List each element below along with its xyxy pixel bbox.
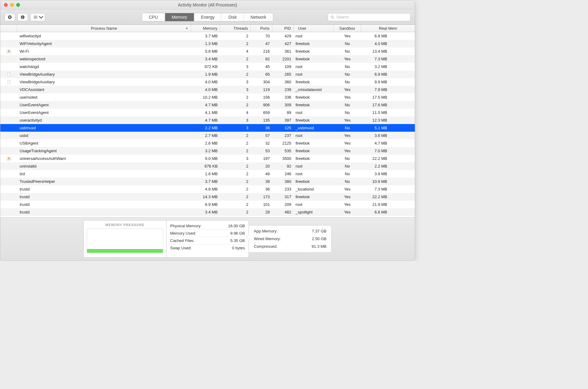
stat-value: 7.37 GB (312, 229, 326, 233)
stat-value: 16.00 GB (228, 224, 245, 228)
search-field[interactable] (328, 13, 410, 21)
table-row[interactable]: WiFiVelocityAgent1.3 MB247427fireebokNo4… (0, 40, 415, 47)
gear-icon (33, 15, 38, 20)
row-realmem: 22.2 MB (361, 156, 415, 161)
window-minimize-button[interactable] (10, 3, 14, 7)
info-button[interactable] (17, 13, 28, 21)
row-memory: 4.7 MB (191, 103, 220, 107)
row-process-name: TrustedPeersHelper (17, 179, 191, 184)
table-row[interactable]: UsageTrackingAgent3.2 MB253535fireebokYe… (0, 147, 415, 155)
row-process-name: webinspectord (17, 57, 191, 61)
column-user[interactable]: User (294, 25, 334, 32)
table-row[interactable]: USBAgent2.6 MB2322125fireebokYes4.7 MB (0, 139, 415, 147)
row-threads: 2 (220, 187, 251, 191)
table-row[interactable]: uninstalld676 KB22092rootNo2.2 MB (0, 162, 415, 170)
row-process-name: UserEventAgent (17, 103, 191, 107)
search-input[interactable] (336, 15, 408, 19)
row-ports: 65 (251, 72, 272, 77)
row-process-name: ViewBridgeAuxiliary (17, 80, 191, 84)
row-icon (0, 79, 17, 85)
row-sandbox: No (334, 126, 361, 130)
stop-process-button[interactable] (5, 13, 15, 21)
row-memory: 2.2 MB (191, 126, 220, 130)
row-threads: 2 (220, 179, 251, 184)
table-row[interactable]: tzd1.8 MB248246rootNo3.9 MB (0, 170, 415, 178)
row-memory: 4.0 MB (191, 87, 220, 92)
row-ports: 28 (251, 210, 272, 214)
column-sandbox[interactable]: Sandbox (334, 25, 361, 32)
table-row[interactable]: webinspectord3.4 MB2822201fireebokYes7.3… (0, 55, 415, 63)
tab-network[interactable]: Network (244, 13, 273, 21)
settings-menu-button[interactable] (30, 13, 45, 21)
table-row[interactable]: usernoted10.2 MB2156336fireebokYes17.5 M… (0, 93, 415, 101)
row-threads: 2 (220, 149, 251, 153)
process-table[interactable]: wifivelocityd3.7 MB270429rootYes6.8 MBWi… (0, 32, 415, 217)
window-close-button[interactable] (4, 3, 8, 7)
row-memory: 3.2 MB (191, 149, 220, 153)
stat-row: Swap Used:0 bytes (170, 244, 246, 251)
row-ports: 20 (251, 164, 272, 168)
sort-descending-icon: ▼ (185, 27, 188, 30)
table-row[interactable]: UserEventAgent4.1 MB465989rootNo11.5 MB (0, 109, 415, 116)
row-ports: 32 (251, 141, 272, 145)
table-row[interactable]: UserEventAgent4.7 MB2906309fireebokNo17.… (0, 101, 415, 109)
row-process-name: usbmuxd (17, 126, 191, 130)
table-row[interactable]: ViewBridgeAuxiliary1.9 MB265265rootNo6.9… (0, 70, 415, 78)
row-pid: 125 (272, 126, 294, 130)
column-memory[interactable]: Memory (191, 25, 220, 32)
table-row[interactable]: ViewBridgeAuxiliary4.0 MB3304360fireebok… (0, 78, 415, 86)
column-ports[interactable]: Ports (251, 25, 272, 32)
table-row[interactable]: universalAccessAuthWarn9.0 MB31973500fir… (0, 155, 415, 162)
table-row[interactable]: usbmuxd2.2 MB336125_usbmuxdNo5.1 MB (0, 124, 415, 132)
row-pid: 239 (272, 87, 294, 92)
row-threads: 2 (220, 57, 251, 61)
window-zoom-button[interactable] (16, 3, 20, 7)
row-realmem: 7.3 MB (361, 187, 415, 191)
column-realmem[interactable]: Real Mem (361, 25, 415, 32)
row-memory: 676 KB (191, 164, 220, 168)
table-row[interactable]: useractivityd4.7 MB3135397fireebokYes12.… (0, 116, 415, 124)
table-row[interactable]: watchdogd972 KB345109rootNo3.2 MB (0, 63, 415, 70)
row-ports: 135 (251, 118, 272, 123)
row-process-name: wifivelocityd (17, 34, 191, 38)
tab-energy[interactable]: Energy (194, 13, 222, 21)
row-ports: 659 (251, 110, 272, 115)
table-row[interactable]: trustd3.4 MB228482_spotlightYes6.6 MB (0, 208, 415, 216)
row-realmem: 3.2 MB (361, 64, 415, 69)
column-process-name[interactable]: Process Name ▼ (17, 25, 191, 32)
row-ports: 45 (251, 64, 272, 69)
row-memory: 2.6 MB (191, 141, 220, 145)
row-sandbox: No (334, 179, 361, 184)
tab-disk[interactable]: Disk (222, 13, 244, 21)
row-sandbox: No (334, 64, 361, 69)
row-sandbox: No (334, 49, 361, 54)
row-user: root (294, 164, 334, 168)
row-ports: 156 (251, 95, 272, 100)
row-user: fireebok (294, 57, 334, 61)
column-pid[interactable]: PID (272, 25, 294, 32)
row-ports: 216 (251, 49, 272, 54)
row-realmem: 7.3 MB (361, 57, 415, 61)
row-pid: 380 (272, 179, 294, 184)
row-memory: 1.8 MB (191, 172, 220, 176)
row-user: fireebok (294, 149, 334, 153)
table-row[interactable]: usbd2.7 MB257237rootYes3.6 MB (0, 132, 415, 139)
table-row[interactable]: trustd8.9 MB2101209rootYes21.9 MB (0, 201, 415, 208)
table-row[interactable]: VDCAssistant4.0 MB3119239_cmiodalassistY… (0, 86, 415, 93)
row-realmem: 10.9 MB (361, 179, 415, 184)
row-user: fireebok (294, 103, 334, 107)
tab-memory[interactable]: Memory (165, 13, 194, 21)
row-realmem: 6.6 MB (361, 210, 415, 214)
column-threads[interactable]: Threads (220, 25, 251, 32)
memory-pressure-graph (87, 228, 163, 253)
row-user: _spotlight (294, 210, 334, 214)
table-row[interactable]: TrustedPeersHelper3.7 MB238380fireebokNo… (0, 178, 415, 185)
tab-cpu[interactable]: CPU (142, 13, 165, 21)
table-row[interactable]: Wi-Fi5.8 MB4216361fireebokNo13.4 MB (0, 47, 415, 55)
svg-line-18 (36, 18, 37, 19)
table-row[interactable]: trustd4.8 MB236233_locationdYes7.3 MB (0, 185, 415, 193)
table-row[interactable]: wifivelocityd3.7 MB270429rootYes6.8 MB (0, 32, 415, 40)
table-row[interactable]: trustd14.3 MB2173317fireebokYes22.2 MB (0, 193, 415, 201)
column-icon[interactable] (0, 25, 17, 32)
row-process-name: VDCAssistant (17, 87, 191, 92)
